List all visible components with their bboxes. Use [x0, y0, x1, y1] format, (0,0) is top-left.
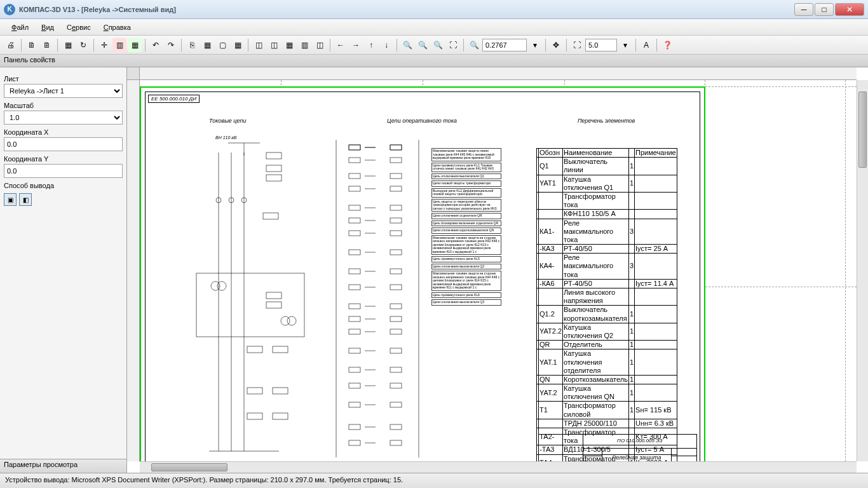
- note-item: Цепь блокировки включения отделителя QR: [431, 220, 501, 227]
- print-icon[interactable]: 🖨: [4, 38, 18, 52]
- cursor-icon[interactable]: ✛: [97, 38, 111, 52]
- svg-rect-23: [247, 413, 262, 419]
- table-row: YAT2.2Катушка отключения Q21: [537, 323, 677, 340]
- print-preview-icon[interactable]: 🗎: [25, 38, 39, 52]
- toolbar: 🖨 🗎 🗎 ▦ ↻ ✛ ▥ ▦ ↶ ↷ ⎘ ▦ ▢ ▦ ◫ ◫ ▦ ▥ ◫ ← …: [0, 36, 868, 55]
- note-item: Цепь промежуточного реле KL5: [431, 256, 501, 262]
- pan-icon[interactable]: ✥: [549, 38, 563, 52]
- current-circuits-schematic: [184, 140, 311, 458]
- note-item: Цепь защиты от перегрузки обмоток трансф…: [431, 199, 501, 212]
- scrollbar-vertical[interactable]: [857, 80, 868, 461]
- zoom-plus-icon[interactable]: 🔍: [467, 38, 481, 52]
- overlay4-icon[interactable]: ▥: [297, 38, 311, 52]
- table-row: Q1Выключатель линии1: [537, 158, 677, 175]
- table-row: Линия высокого напряжения: [537, 288, 677, 306]
- svg-rect-28: [349, 145, 360, 150]
- overlay2-icon[interactable]: ◫: [267, 38, 281, 52]
- view-params-tab[interactable]: Параметры просмотра: [0, 459, 126, 473]
- menu-help[interactable]: Справка: [97, 21, 137, 34]
- coord-y-input[interactable]: [4, 164, 123, 178]
- status-bar: Устройство вывода: Microsoft XPS Documen…: [0, 473, 868, 488]
- table-row: ТРДН 25000/110Uнн= 6.3 кВ: [537, 419, 677, 428]
- drawing-canvas[interactable]: ЕЕ 500.000.010 ДИ Токовые цепи Цепи опер…: [127, 67, 868, 473]
- operative-circuits-schematic: [330, 140, 425, 458]
- close-button[interactable]: ✕: [835, 3, 864, 16]
- output-mode-label: Способ вывода: [4, 182, 123, 189]
- viewport[interactable]: ЕЕ 500.000.010 ДИ Токовые цепи Цепи опер…: [140, 80, 857, 461]
- minimize-button[interactable]: ─: [794, 3, 813, 16]
- menu-service[interactable]: Сервис: [60, 21, 97, 34]
- menu-file[interactable]: Файл: [5, 21, 35, 34]
- text-icon[interactable]: A: [639, 38, 653, 52]
- props-panel-header: Панель свойств: [0, 55, 868, 67]
- scale-label: Масштаб: [4, 102, 123, 109]
- page1-icon[interactable]: ▢: [215, 38, 229, 52]
- note-item: Цепи отключения отделителя QR: [431, 213, 501, 219]
- output-mode-1-button[interactable]: ▣: [4, 193, 17, 206]
- scale-select[interactable]: 1.0: [4, 111, 123, 125]
- table-row: -КА3РТ-40/50Iуст= 25 А: [537, 245, 677, 254]
- help-icon[interactable]: ❓: [660, 38, 674, 52]
- table-row: Трансформатор тока: [537, 192, 677, 209]
- copy-icon[interactable]: ⎘: [185, 38, 199, 52]
- output-mode-2-button[interactable]: ◧: [19, 193, 32, 206]
- multipage-icon[interactable]: ▦: [200, 38, 214, 52]
- zoom-fit-icon[interactable]: ⛶: [446, 38, 460, 52]
- table-row: T1Трансформатор силовой1Sн= 115 кВ: [537, 402, 677, 419]
- sheet-select[interactable]: Releyka ->Лист 1: [4, 84, 123, 98]
- section-1-title: Токовые цепи: [209, 118, 246, 124]
- table-row: Q1.2Выключатель короткозамыкателя1: [537, 306, 677, 323]
- svg-rect-19: [247, 346, 262, 353]
- grid-icon[interactable]: ▦: [128, 38, 142, 52]
- note-item: Цепь отключения выключателя Q1: [431, 173, 501, 180]
- svg-rect-24: [273, 413, 288, 419]
- maximize-button[interactable]: □: [815, 3, 834, 16]
- table-row: КФН110 150/5 А: [537, 210, 677, 219]
- zoom-dropdown-icon[interactable]: ▾: [528, 38, 542, 52]
- note-item: Цепь промежуточного реле KL6: [431, 292, 501, 299]
- arrow-up-icon[interactable]: ↑: [364, 38, 378, 52]
- scrollbar-horizontal[interactable]: [140, 461, 857, 473]
- zoom-input[interactable]: [482, 39, 527, 51]
- menu-view[interactable]: Вид: [35, 21, 60, 34]
- layers-icon[interactable]: ▥: [112, 38, 126, 52]
- coord-x-input[interactable]: [4, 137, 123, 151]
- svg-rect-4: [266, 175, 281, 181]
- overlay3-icon[interactable]: ▦: [282, 38, 296, 52]
- arrow-right-icon[interactable]: →: [349, 38, 363, 52]
- page2-icon[interactable]: ▦: [231, 38, 245, 52]
- section-2-title: Цепи оперативного тока: [387, 118, 457, 124]
- ruler-corner: [127, 67, 140, 80]
- scale-input[interactable]: [585, 39, 617, 51]
- svg-rect-22: [273, 388, 288, 394]
- app-icon: K: [4, 4, 15, 15]
- zoom-window-icon[interactable]: 🔍: [416, 38, 430, 52]
- ruler-horizontal: [140, 67, 857, 80]
- voltage-label: ВН 110 кВ: [215, 135, 236, 140]
- overlay1-icon[interactable]: ◫: [252, 38, 266, 52]
- svg-rect-2: [266, 152, 281, 159]
- menubar: Файл Вид Сервис Справка: [0, 19, 868, 36]
- ruler-vertical: [127, 80, 140, 461]
- table-row: -КА6РТ-40/50Iуст= 11.4 А: [537, 279, 677, 288]
- coord-y-label: Координата Y: [4, 155, 123, 163]
- properties-sidebar: Лист Releyka ->Лист 1 Масштаб 1.0 Коорди…: [0, 67, 127, 473]
- rotate-right-icon[interactable]: ↷: [164, 38, 178, 52]
- note-item: Максимальная токовая защита на стороне н…: [431, 235, 501, 255]
- page-setup-icon[interactable]: ▦: [61, 38, 75, 52]
- refresh-icon[interactable]: ↻: [76, 38, 90, 52]
- overlay5-icon[interactable]: ◫: [313, 38, 327, 52]
- note-item: Цепи отключения выключателя Q3: [431, 299, 501, 306]
- arrow-left-icon[interactable]: ←: [334, 38, 348, 52]
- circuit-notes: Максимальная токовая защита линии токовы…: [431, 148, 501, 306]
- scale-fit-icon[interactable]: ⛶: [570, 38, 584, 52]
- zoom-in-icon[interactable]: 🔍: [400, 38, 414, 52]
- rotate-left-icon[interactable]: ↶: [149, 38, 163, 52]
- scale-dropdown-icon[interactable]: ▾: [618, 38, 632, 52]
- title-block: ПО 010.000.005 ЭЗ Релейная защита ПУ каф…: [538, 434, 697, 461]
- arrow-down-icon[interactable]: ↓: [379, 38, 393, 52]
- svg-rect-3: [266, 165, 281, 172]
- sheet-label: Лист: [4, 75, 123, 83]
- zoom-out-icon[interactable]: 🔍: [431, 38, 445, 52]
- print-settings-icon[interactable]: 🗎: [40, 38, 54, 52]
